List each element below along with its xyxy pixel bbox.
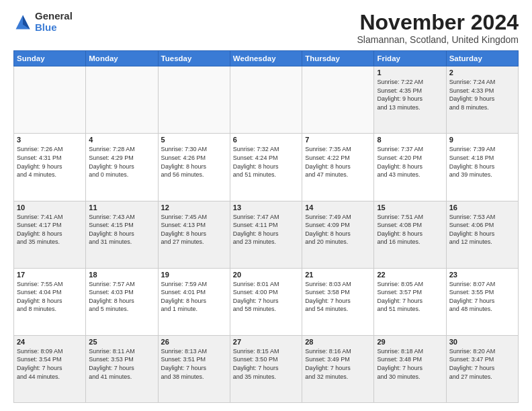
- day-number: 28: [305, 338, 371, 346]
- header-sunday: Sunday: [14, 51, 86, 66]
- header-tuesday: Tuesday: [158, 51, 230, 66]
- day-number: 17: [17, 271, 83, 279]
- table-row: 2Sunrise: 7:24 AM Sunset: 4:33 PM Daylig…: [446, 66, 518, 134]
- day-number: 23: [449, 271, 515, 279]
- day-number: 21: [305, 271, 371, 279]
- day-number: 8: [377, 136, 443, 144]
- table-row: 29Sunrise: 8:18 AM Sunset: 3:48 PM Dayli…: [374, 335, 446, 402]
- day-number: 13: [233, 203, 299, 212]
- day-info: Sunrise: 8:13 AM Sunset: 3:51 PM Dayligh…: [161, 347, 227, 381]
- table-row: 20Sunrise: 8:01 AM Sunset: 4:00 PM Dayli…: [230, 268, 302, 335]
- day-number: 18: [89, 271, 154, 279]
- day-number: 20: [233, 271, 299, 279]
- table-row: 21Sunrise: 8:03 AM Sunset: 3:58 PM Dayli…: [302, 268, 374, 335]
- day-info: Sunrise: 8:20 AM Sunset: 3:47 PM Dayligh…: [449, 347, 515, 381]
- day-number: 16: [449, 203, 515, 212]
- day-number: 15: [377, 203, 443, 212]
- table-row: 17Sunrise: 7:55 AM Sunset: 4:04 PM Dayli…: [14, 268, 86, 335]
- day-info: Sunrise: 7:37 AM Sunset: 4:20 PM Dayligh…: [377, 145, 443, 179]
- day-info: Sunrise: 7:32 AM Sunset: 4:24 PM Dayligh…: [233, 145, 299, 179]
- table-row: 30Sunrise: 8:20 AM Sunset: 3:47 PM Dayli…: [446, 335, 518, 402]
- day-info: Sunrise: 7:49 AM Sunset: 4:09 PM Dayligh…: [305, 213, 371, 246]
- table-row: 24Sunrise: 8:09 AM Sunset: 3:54 PM Dayli…: [14, 335, 86, 402]
- table-row: 23Sunrise: 8:07 AM Sunset: 3:55 PM Dayli…: [446, 268, 518, 335]
- day-number: 5: [161, 136, 227, 144]
- day-info: Sunrise: 7:41 AM Sunset: 4:17 PM Dayligh…: [17, 213, 83, 246]
- calendar-week-row: 1Sunrise: 7:22 AM Sunset: 4:35 PM Daylig…: [14, 66, 519, 134]
- day-info: Sunrise: 7:43 AM Sunset: 4:15 PM Dayligh…: [89, 213, 154, 246]
- logo-blue-text: Blue: [35, 22, 73, 34]
- table-row: 26Sunrise: 8:13 AM Sunset: 3:51 PM Dayli…: [158, 335, 230, 402]
- calendar-week-row: 10Sunrise: 7:41 AM Sunset: 4:17 PM Dayli…: [14, 201, 519, 268]
- calendar-week-row: 17Sunrise: 7:55 AM Sunset: 4:04 PM Dayli…: [14, 268, 519, 335]
- calendar-week-row: 3Sunrise: 7:26 AM Sunset: 4:31 PM Daylig…: [14, 134, 519, 201]
- day-info: Sunrise: 7:30 AM Sunset: 4:26 PM Dayligh…: [161, 145, 227, 179]
- day-info: Sunrise: 7:53 AM Sunset: 4:06 PM Dayligh…: [449, 213, 515, 246]
- day-info: Sunrise: 8:11 AM Sunset: 3:53 PM Dayligh…: [89, 347, 154, 381]
- day-number: 19: [161, 271, 227, 279]
- day-number: 27: [233, 338, 299, 346]
- logo: General Blue: [13, 11, 73, 33]
- day-info: Sunrise: 8:15 AM Sunset: 3:50 PM Dayligh…: [233, 347, 299, 381]
- day-info: Sunrise: 7:45 AM Sunset: 4:13 PM Dayligh…: [161, 213, 227, 246]
- table-row: 18Sunrise: 7:57 AM Sunset: 4:03 PM Dayli…: [86, 268, 158, 335]
- calendar-week-row: 24Sunrise: 8:09 AM Sunset: 3:54 PM Dayli…: [14, 335, 519, 402]
- table-row: 28Sunrise: 8:16 AM Sunset: 3:49 PM Dayli…: [302, 335, 374, 402]
- table-row: 11Sunrise: 7:43 AM Sunset: 4:15 PM Dayli…: [86, 201, 158, 268]
- day-number: 12: [161, 203, 227, 212]
- table-row: 9Sunrise: 7:39 AM Sunset: 4:18 PM Daylig…: [446, 134, 518, 201]
- calendar-header-row: Sunday Monday Tuesday Wednesday Thursday…: [14, 51, 519, 66]
- day-info: Sunrise: 7:26 AM Sunset: 4:31 PM Dayligh…: [17, 145, 83, 179]
- table-row: 15Sunrise: 7:51 AM Sunset: 4:08 PM Dayli…: [374, 201, 446, 268]
- table-row: 16Sunrise: 7:53 AM Sunset: 4:06 PM Dayli…: [446, 201, 518, 268]
- day-info: Sunrise: 7:35 AM Sunset: 4:22 PM Dayligh…: [305, 145, 371, 179]
- day-number: 26: [161, 338, 227, 346]
- day-number: 6: [233, 136, 299, 144]
- day-number: 10: [17, 203, 83, 212]
- logo-icon: [13, 13, 32, 32]
- day-number: 22: [377, 271, 443, 279]
- day-number: 3: [17, 136, 83, 144]
- day-info: Sunrise: 7:22 AM Sunset: 4:35 PM Dayligh…: [377, 78, 443, 111]
- table-row: 12Sunrise: 7:45 AM Sunset: 4:13 PM Dayli…: [158, 201, 230, 268]
- calendar-table: Sunday Monday Tuesday Wednesday Thursday…: [13, 50, 519, 403]
- day-number: 4: [89, 136, 154, 144]
- header: General Blue November 2024 Slamannan, Sc…: [13, 11, 519, 45]
- header-monday: Monday: [86, 51, 158, 66]
- day-info: Sunrise: 8:18 AM Sunset: 3:48 PM Dayligh…: [377, 347, 443, 381]
- table-row: 1Sunrise: 7:22 AM Sunset: 4:35 PM Daylig…: [374, 66, 446, 134]
- table-row: [86, 66, 158, 134]
- day-number: 30: [449, 338, 515, 346]
- table-row: 7Sunrise: 7:35 AM Sunset: 4:22 PM Daylig…: [302, 134, 374, 201]
- day-number: 1: [377, 68, 443, 77]
- day-info: Sunrise: 7:28 AM Sunset: 4:29 PM Dayligh…: [89, 145, 154, 179]
- day-info: Sunrise: 7:24 AM Sunset: 4:33 PM Dayligh…: [449, 78, 515, 111]
- table-row: 6Sunrise: 7:32 AM Sunset: 4:24 PM Daylig…: [230, 134, 302, 201]
- day-info: Sunrise: 7:59 AM Sunset: 4:01 PM Dayligh…: [161, 280, 227, 314]
- day-info: Sunrise: 8:16 AM Sunset: 3:49 PM Dayligh…: [305, 347, 371, 381]
- header-friday: Friday: [374, 51, 446, 66]
- table-row: 4Sunrise: 7:28 AM Sunset: 4:29 PM Daylig…: [86, 134, 158, 201]
- day-info: Sunrise: 8:05 AM Sunset: 3:57 PM Dayligh…: [377, 280, 443, 314]
- day-info: Sunrise: 7:57 AM Sunset: 4:03 PM Dayligh…: [89, 280, 154, 314]
- day-info: Sunrise: 8:07 AM Sunset: 3:55 PM Dayligh…: [449, 280, 515, 314]
- logo-text: General Blue: [35, 11, 73, 33]
- subtitle: Slamannan, Scotland, United Kingdom: [357, 34, 519, 45]
- day-info: Sunrise: 7:39 AM Sunset: 4:18 PM Dayligh…: [449, 145, 515, 179]
- day-number: 14: [305, 203, 371, 212]
- day-number: 24: [17, 338, 83, 346]
- day-info: Sunrise: 8:03 AM Sunset: 3:58 PM Dayligh…: [305, 280, 371, 314]
- table-row: 8Sunrise: 7:37 AM Sunset: 4:20 PM Daylig…: [374, 134, 446, 201]
- day-number: 7: [305, 136, 371, 144]
- day-number: 11: [89, 203, 154, 212]
- table-row: 14Sunrise: 7:49 AM Sunset: 4:09 PM Dayli…: [302, 201, 374, 268]
- day-number: 2: [449, 68, 515, 77]
- logo-general-text: General: [35, 11, 73, 22]
- table-row: [14, 66, 86, 134]
- day-info: Sunrise: 7:51 AM Sunset: 4:08 PM Dayligh…: [377, 213, 443, 246]
- title-block: November 2024 Slamannan, Scotland, Unite…: [357, 11, 519, 45]
- header-saturday: Saturday: [446, 51, 518, 66]
- table-row: [158, 66, 230, 134]
- header-wednesday: Wednesday: [230, 51, 302, 66]
- header-thursday: Thursday: [302, 51, 374, 66]
